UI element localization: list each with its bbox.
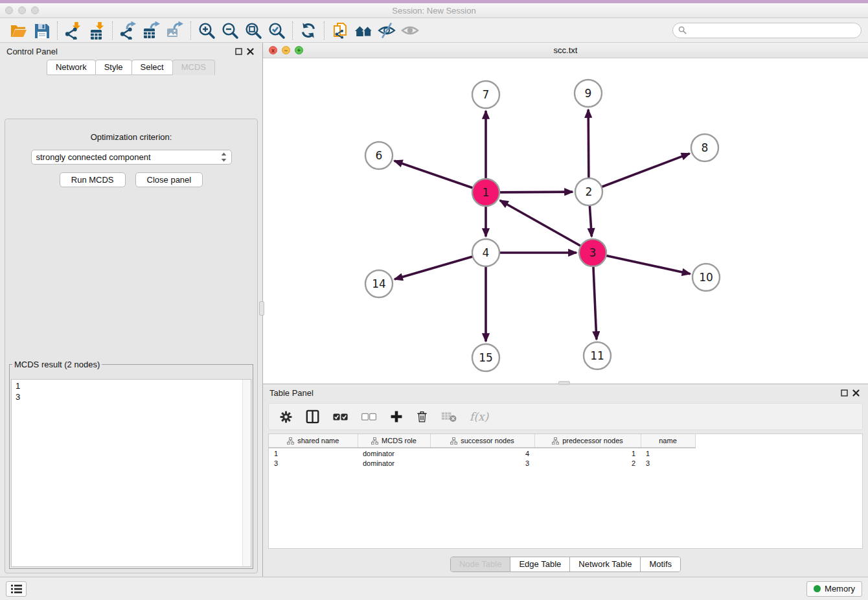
tab-node-table[interactable]: Node Table bbox=[451, 557, 510, 571]
column-header-successor-nodes[interactable]: successor nodes bbox=[430, 434, 534, 448]
table-cell[interactable]: dominator bbox=[358, 458, 430, 468]
main-toolbar bbox=[0, 18, 868, 43]
settings-icon[interactable] bbox=[279, 410, 293, 424]
column-header-predecessor-nodes[interactable]: predecessor nodes bbox=[534, 434, 641, 448]
float-table-panel-icon[interactable] bbox=[838, 387, 850, 398]
open-session-icon[interactable] bbox=[6, 19, 30, 41]
task-list-icon bbox=[11, 584, 22, 594]
edge-1-6[interactable] bbox=[394, 161, 486, 192]
deselect-all-icon[interactable] bbox=[361, 412, 377, 422]
table-cell[interactable]: 4 bbox=[430, 448, 534, 458]
table-row[interactable]: 3dominator323 bbox=[269, 458, 705, 468]
table-cell[interactable]: 1 bbox=[534, 448, 641, 458]
horizontal-splitter-handle[interactable] bbox=[558, 381, 570, 385]
column-header-MCDS-role[interactable]: MCDS role bbox=[358, 434, 430, 448]
svg-text:11: 11 bbox=[590, 349, 604, 362]
svg-text:10: 10 bbox=[699, 271, 713, 284]
tab-edge-table[interactable]: Edge Table bbox=[510, 557, 569, 571]
minimize-window-icon[interactable]: − bbox=[282, 46, 290, 54]
column-header-name[interactable]: name bbox=[641, 434, 695, 448]
edge-3-10[interactable] bbox=[593, 253, 691, 274]
svg-text:2: 2 bbox=[586, 185, 593, 198]
create-column-icon[interactable] bbox=[390, 410, 403, 423]
graph-node-8[interactable]: 8 bbox=[691, 134, 718, 161]
first-neighbors-icon[interactable] bbox=[352, 19, 375, 41]
table-cell[interactable]: dominator bbox=[358, 448, 430, 458]
svg-text:9: 9 bbox=[585, 87, 592, 100]
export-image-icon[interactable] bbox=[163, 19, 187, 41]
node-table[interactable]: shared nameMCDS rolesuccessor nodesprede… bbox=[269, 434, 705, 468]
hide-selected-icon[interactable] bbox=[375, 19, 398, 41]
graph-node-2[interactable]: 2 bbox=[575, 178, 602, 205]
run-mcds-button[interactable]: Run MCDS bbox=[60, 172, 126, 187]
graph-node-6[interactable]: 6 bbox=[365, 142, 393, 169]
graph-node-14[interactable]: 14 bbox=[365, 270, 393, 297]
task-history-button[interactable] bbox=[6, 581, 27, 597]
network-canvas[interactable]: 7968124314101511 bbox=[263, 58, 868, 384]
memory-label: Memory bbox=[825, 584, 855, 594]
graph-node-11[interactable]: 11 bbox=[584, 342, 611, 369]
edge-2-8[interactable] bbox=[589, 154, 690, 192]
export-table-icon[interactable] bbox=[140, 19, 163, 41]
vertical-splitter-handle[interactable] bbox=[259, 301, 264, 316]
close-panel-icon[interactable] bbox=[244, 46, 256, 56]
svg-text:15: 15 bbox=[479, 351, 493, 364]
tab-network[interactable]: Network bbox=[47, 60, 96, 75]
close-panel-button[interactable]: Close panel bbox=[135, 172, 203, 187]
memory-button[interactable]: Memory bbox=[806, 581, 862, 597]
tab-motifs[interactable]: Motifs bbox=[640, 557, 680, 571]
zoom-fit-icon[interactable] bbox=[242, 19, 265, 41]
table-row[interactable]: 1dominator411 bbox=[269, 448, 705, 458]
search-box[interactable] bbox=[672, 23, 862, 38]
optimization-criterion-label: Optimization criterion: bbox=[5, 132, 257, 142]
mcds-result-values: 1 3 bbox=[12, 380, 251, 403]
table-cell[interactable]: 1 bbox=[641, 448, 695, 458]
export-network-icon[interactable] bbox=[117, 19, 140, 41]
table-cell[interactable]: 3 bbox=[430, 458, 534, 468]
delete-columns-icon[interactable] bbox=[416, 410, 428, 424]
network-svg[interactable]: 7968124314101511 bbox=[263, 58, 868, 384]
maximize-window-icon[interactable]: + bbox=[295, 46, 303, 54]
tab-network-table[interactable]: Network Table bbox=[569, 557, 640, 571]
clone-network-icon[interactable] bbox=[328, 19, 352, 41]
network-view-window: x − + scc.txt 7968124314101511 bbox=[263, 43, 868, 384]
zoom-selected-icon[interactable] bbox=[265, 19, 288, 41]
show-all-icon[interactable] bbox=[398, 19, 422, 41]
zoom-in-icon[interactable] bbox=[195, 19, 218, 41]
table-cell[interactable]: 1 bbox=[269, 448, 358, 458]
graph-node-10[interactable]: 10 bbox=[692, 264, 720, 291]
edge-3-1[interactable] bbox=[500, 200, 593, 253]
import-network-icon[interactable] bbox=[62, 19, 85, 41]
select-stepper-icon bbox=[221, 152, 227, 162]
graph-node-4[interactable]: 4 bbox=[472, 239, 499, 266]
result-scrollbar[interactable] bbox=[242, 380, 251, 566]
mcds-result-fieldset: MCDS result (2 nodes) 1 3 bbox=[9, 360, 253, 569]
table-cell[interactable]: 3 bbox=[641, 458, 695, 468]
mcds-result-box[interactable]: 1 3 bbox=[11, 379, 251, 567]
graph-node-1[interactable]: 1 bbox=[472, 179, 499, 206]
control-panel-title: Control Panel bbox=[6, 47, 58, 56]
graph-node-7[interactable]: 7 bbox=[472, 81, 499, 108]
split-panel-icon[interactable] bbox=[306, 410, 320, 424]
graph-node-3[interactable]: 3 bbox=[579, 239, 606, 266]
tab-select[interactable]: Select bbox=[131, 60, 173, 75]
graph-node-15[interactable]: 15 bbox=[472, 344, 499, 371]
graph-node-9[interactable]: 9 bbox=[575, 80, 602, 107]
column-header-shared-name[interactable]: shared name bbox=[269, 434, 358, 448]
zoom-out-icon[interactable] bbox=[218, 19, 242, 41]
refresh-icon[interactable] bbox=[297, 19, 320, 41]
select-all-icon[interactable] bbox=[333, 412, 348, 422]
table-cell[interactable]: 2 bbox=[534, 458, 641, 468]
close-table-panel-icon[interactable] bbox=[850, 387, 862, 398]
float-panel-icon[interactable] bbox=[233, 46, 244, 56]
import-table-icon[interactable] bbox=[85, 19, 108, 41]
table-cell[interactable]: 3 bbox=[269, 458, 358, 468]
tab-mcds[interactable]: MCDS bbox=[172, 60, 215, 75]
memory-status-dot bbox=[814, 585, 821, 592]
tab-style[interactable]: Style bbox=[95, 60, 132, 75]
svg-text:1: 1 bbox=[483, 186, 490, 199]
search-input[interactable] bbox=[690, 26, 856, 35]
save-session-icon[interactable] bbox=[30, 19, 53, 41]
close-window-icon[interactable]: x bbox=[269, 46, 277, 54]
criterion-select[interactable]: strongly connected component bbox=[31, 150, 232, 165]
